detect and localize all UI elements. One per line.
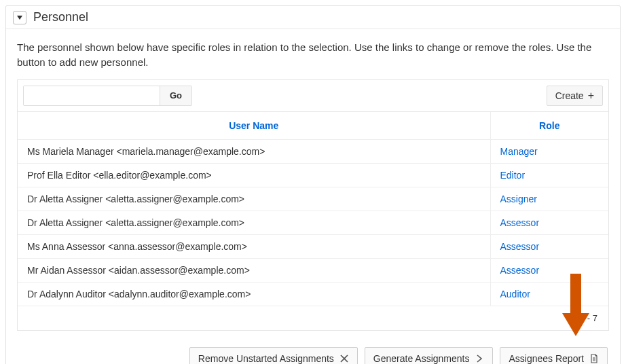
user-cell: Ms Mariela Manager <mariela.manager@exam… bbox=[18, 139, 490, 163]
document-icon bbox=[589, 354, 599, 363]
remove-unstarted-label: Remove Unstarted Assignments bbox=[198, 353, 334, 364]
search-group: Go bbox=[23, 86, 192, 106]
table-row: Ms Mariela Manager <mariela.manager@exam… bbox=[18, 139, 608, 163]
panel-header: Personnel bbox=[6, 6, 620, 29]
personnel-panel: Personnel The personnel shown below have… bbox=[5, 5, 621, 364]
triangle-down-icon bbox=[16, 12, 23, 23]
plus-icon: + bbox=[588, 90, 594, 101]
header-user-link[interactable]: User Name bbox=[229, 120, 278, 131]
role-cell: Assessor bbox=[490, 234, 608, 258]
role-cell: Auditor bbox=[490, 282, 608, 306]
role-link[interactable]: Assessor bbox=[500, 217, 540, 228]
header-role[interactable]: Role bbox=[490, 111, 608, 139]
personnel-table: User Name Role Ms Mariela Manager <marie… bbox=[18, 111, 608, 306]
personnel-region: Go Create + User Name Role Ms Mariela Ma… bbox=[17, 79, 609, 331]
header-user[interactable]: User Name bbox=[18, 111, 490, 139]
role-link[interactable]: Auditor bbox=[500, 289, 530, 299]
table-row: Mr Aidan Assessor <aidan.assessor@exampl… bbox=[18, 258, 608, 282]
pager: 1 - 7 bbox=[18, 306, 608, 330]
chevron-right-icon bbox=[475, 354, 484, 363]
remove-unstarted-button[interactable]: Remove Unstarted Assignments bbox=[189, 347, 358, 365]
role-link[interactable]: Assessor bbox=[500, 241, 540, 252]
role-cell: Manager bbox=[490, 139, 608, 163]
footer-actions: Remove Unstarted Assignments Generate As… bbox=[17, 347, 609, 365]
user-cell: Ms Anna Assessor <anna.assessor@example.… bbox=[18, 234, 490, 258]
generate-assignments-button[interactable]: Generate Assignments bbox=[365, 347, 494, 365]
role-cell: Editor bbox=[490, 163, 608, 187]
user-cell: Dr Aletta Assigner <aletta.assigner@exam… bbox=[18, 187, 490, 211]
table-row: Prof Ella Editor <ella.editor@example.co… bbox=[18, 163, 608, 187]
table-row: Dr Aletta Assigner <aletta.assigner@exam… bbox=[18, 211, 608, 234]
toolbar: Go Create + bbox=[18, 80, 608, 111]
panel-description: The personnel shown below have specific … bbox=[17, 40, 609, 70]
header-role-link[interactable]: Role bbox=[539, 120, 559, 131]
role-cell: Assessor bbox=[490, 258, 608, 282]
collapse-toggle[interactable] bbox=[13, 11, 26, 24]
assignees-report-button[interactable]: Assignees Report bbox=[500, 347, 608, 365]
table-row: Dr Aletta Assigner <aletta.assigner@exam… bbox=[18, 187, 608, 211]
role-link[interactable]: Editor bbox=[500, 170, 526, 181]
table-row: Ms Anna Assessor <anna.assessor@example.… bbox=[18, 234, 608, 258]
create-label: Create bbox=[555, 90, 584, 101]
user-cell: Prof Ella Editor <ella.editor@example.co… bbox=[18, 163, 490, 187]
generate-label: Generate Assignments bbox=[373, 353, 470, 364]
role-cell: Assigner bbox=[490, 187, 608, 211]
user-cell: Dr Aletta Assigner <aletta.assigner@exam… bbox=[18, 211, 490, 234]
create-button[interactable]: Create + bbox=[547, 86, 603, 106]
table-row: Dr Adalynn Auditor <adalynn.auditor@exam… bbox=[18, 282, 608, 306]
go-button[interactable]: Go bbox=[160, 86, 191, 105]
role-link[interactable]: Assessor bbox=[500, 265, 540, 276]
assignees-report-label: Assignees Report bbox=[509, 353, 584, 364]
role-cell: Assessor bbox=[490, 211, 608, 234]
user-cell: Dr Adalynn Auditor <adalynn.auditor@exam… bbox=[18, 282, 490, 306]
role-link[interactable]: Manager bbox=[500, 146, 538, 157]
role-link[interactable]: Assigner bbox=[500, 194, 537, 204]
user-cell: Mr Aidan Assessor <aidan.assessor@exampl… bbox=[18, 258, 490, 282]
close-icon bbox=[339, 354, 349, 363]
panel-title: Personnel bbox=[33, 10, 88, 24]
search-input[interactable] bbox=[24, 86, 160, 105]
svg-marker-0 bbox=[17, 16, 22, 20]
